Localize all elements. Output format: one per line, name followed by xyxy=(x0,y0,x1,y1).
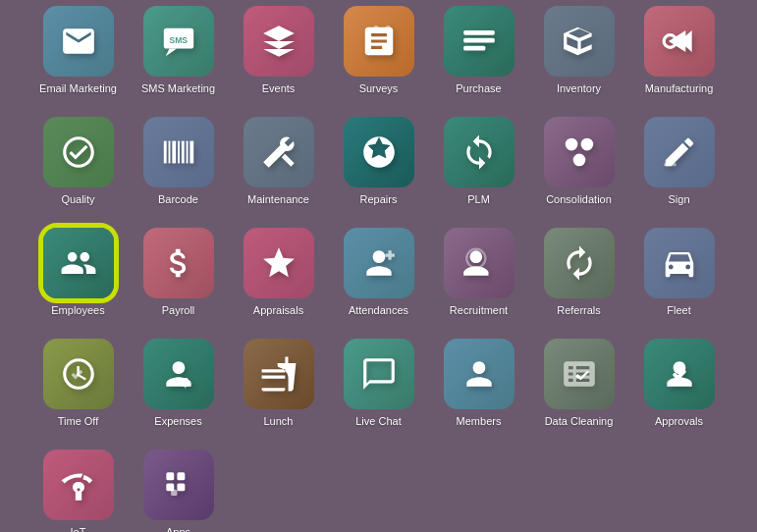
app-item-time-off[interactable]: Time Off xyxy=(34,326,123,429)
app-label-surveys: Surveys xyxy=(359,82,399,95)
svg-rect-11 xyxy=(181,141,184,164)
app-label-data-cleaning: Data Cleaning xyxy=(545,415,614,428)
app-item-purchase[interactable]: Purchase xyxy=(435,0,523,96)
app-label-payroll: Payroll xyxy=(162,304,195,317)
svg-rect-3 xyxy=(463,30,495,35)
app-label-employees: Employees xyxy=(51,304,104,317)
app-item-approvals[interactable]: Approvals xyxy=(635,326,724,429)
svg-point-16 xyxy=(572,154,585,167)
app-label-members: Members xyxy=(457,415,502,428)
svg-text:SMS: SMS xyxy=(169,35,188,45)
svg-rect-8 xyxy=(168,141,170,164)
app-icon-sign xyxy=(644,117,715,187)
app-icon-barcode xyxy=(143,117,214,187)
svg-rect-23 xyxy=(177,473,185,481)
svg-rect-21 xyxy=(166,473,174,481)
svg-point-18 xyxy=(469,251,482,264)
app-item-recruitment[interactable]: Recruitment xyxy=(435,215,523,318)
app-icon-inventory xyxy=(544,6,615,77)
app-icon-maintenance xyxy=(243,117,314,187)
app-label-quality: Quality xyxy=(61,193,94,206)
app-item-employees[interactable]: Employees xyxy=(34,215,123,318)
svg-rect-25 xyxy=(171,490,177,496)
app-label-inventory: Inventory xyxy=(557,82,601,95)
app-icon-time-off xyxy=(43,339,114,409)
app-icon-email-marketing xyxy=(43,6,114,77)
app-icon-payroll xyxy=(143,228,214,298)
app-item-data-cleaning[interactable]: Data Cleaning xyxy=(535,326,623,429)
app-icon-repairs xyxy=(344,117,414,187)
app-label-apps: Apps xyxy=(166,526,190,532)
app-label-purchase: Purchase xyxy=(456,82,501,95)
app-item-iot[interactable]: IoT xyxy=(34,437,123,533)
app-icon-plm xyxy=(444,117,514,187)
app-item-attendances[interactable]: Attendances xyxy=(335,215,423,318)
app-label-fleet: Fleet xyxy=(667,304,690,317)
app-icon-referrals xyxy=(544,228,615,298)
app-item-payroll[interactable]: Payroll xyxy=(135,215,223,318)
app-label-repairs: Repairs xyxy=(360,193,398,206)
svg-point-15 xyxy=(580,138,593,151)
app-label-manufacturing: Manufacturing xyxy=(645,82,714,95)
app-label-sign: Sign xyxy=(668,193,689,206)
app-icon-expenses: $ xyxy=(143,339,214,409)
app-item-barcode[interactable]: Barcode xyxy=(135,104,223,207)
app-item-fleet[interactable]: Fleet xyxy=(635,215,724,318)
app-label-recruitment: Recruitment xyxy=(450,304,508,317)
svg-marker-2 xyxy=(165,49,176,57)
app-item-expenses[interactable]: $Expenses xyxy=(135,326,223,429)
app-icon-approvals xyxy=(644,339,715,409)
app-item-inventory[interactable]: Inventory xyxy=(535,0,623,96)
app-item-plm[interactable]: PLM xyxy=(435,104,523,207)
app-item-members[interactable]: Members xyxy=(435,326,523,429)
app-icon-events xyxy=(243,6,314,77)
app-label-time-off: Time Off xyxy=(58,415,99,428)
app-label-lunch: Lunch xyxy=(264,415,294,428)
svg-rect-24 xyxy=(177,484,185,492)
app-icon-lunch xyxy=(243,339,314,409)
svg-rect-9 xyxy=(172,141,176,164)
app-icon-apps xyxy=(143,450,214,520)
svg-rect-4 xyxy=(463,38,495,43)
app-item-appraisals[interactable]: Appraisals xyxy=(235,215,323,318)
app-icon-live-chat xyxy=(344,339,414,409)
app-item-manufacturing[interactable]: Manufacturing xyxy=(635,0,724,96)
app-label-maintenance: Maintenance xyxy=(247,193,309,206)
app-item-maintenance[interactable]: Maintenance xyxy=(235,104,323,207)
app-item-sign[interactable]: Sign xyxy=(635,104,724,207)
app-icon-recruitment xyxy=(444,228,514,298)
app-label-appraisals: Appraisals xyxy=(253,304,303,317)
app-label-iot: IoT xyxy=(71,526,86,532)
app-item-surveys[interactable]: Surveys xyxy=(335,0,423,96)
app-item-apps[interactable]: Apps xyxy=(135,437,223,533)
app-icon-members xyxy=(444,339,514,409)
app-item-quality[interactable]: Quality xyxy=(34,104,123,207)
app-icon-surveys xyxy=(344,6,414,77)
app-item-live-chat[interactable]: Live Chat xyxy=(335,326,423,429)
app-item-consolidation[interactable]: Consolidation xyxy=(535,104,623,207)
app-grid: Email MarketingSMSSMS MarketingEventsSur… xyxy=(17,0,741,532)
app-item-email-marketing[interactable]: Email Marketing xyxy=(34,0,123,96)
app-item-events[interactable]: Events xyxy=(235,0,323,96)
app-icon-attendances xyxy=(344,228,414,298)
app-icon-quality xyxy=(43,117,114,187)
app-icon-fleet xyxy=(644,228,715,298)
app-item-repairs[interactable]: Repairs xyxy=(335,104,423,207)
svg-rect-17 xyxy=(664,163,676,166)
app-item-sms-marketing[interactable]: SMSSMS Marketing xyxy=(135,0,223,96)
svg-rect-7 xyxy=(163,141,166,164)
app-label-email-marketing: Email Marketing xyxy=(39,82,117,95)
app-icon-data-cleaning xyxy=(544,339,615,409)
app-label-expenses: Expenses xyxy=(154,415,201,428)
app-label-barcode: Barcode xyxy=(158,193,198,206)
app-item-referrals[interactable]: Referrals xyxy=(535,215,623,318)
app-label-live-chat: Live Chat xyxy=(355,415,401,428)
svg-text:$: $ xyxy=(182,376,189,390)
app-label-referrals: Referrals xyxy=(557,304,601,317)
app-label-sms-marketing: SMS Marketing xyxy=(141,82,215,95)
svg-rect-5 xyxy=(463,46,485,51)
app-icon-sms-marketing: SMS xyxy=(143,6,214,77)
app-item-lunch[interactable]: Lunch xyxy=(235,326,323,429)
app-label-approvals: Approvals xyxy=(655,415,703,428)
svg-rect-12 xyxy=(186,141,188,164)
